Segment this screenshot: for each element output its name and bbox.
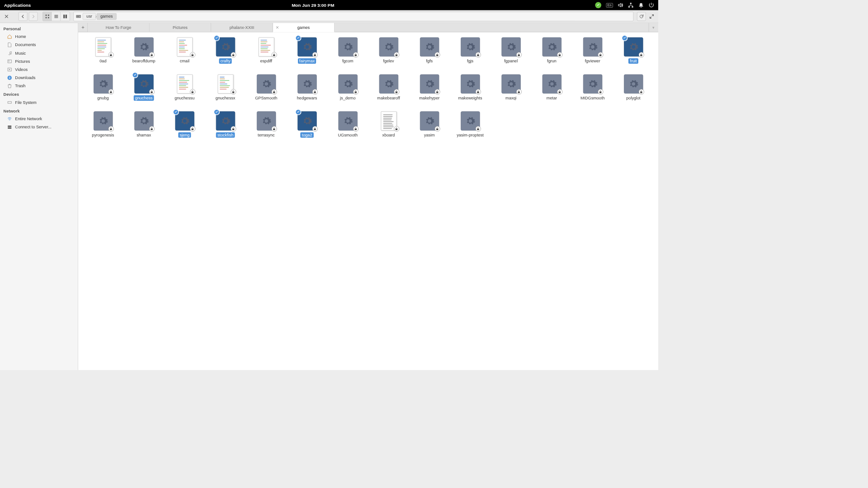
path-segment-games[interactable]: games: [97, 13, 117, 20]
file-item[interactable]: bearoffdump: [125, 37, 163, 64]
file-item[interactable]: MIDGsmooth: [574, 74, 611, 101]
svg-rect-9: [54, 17, 58, 18]
sidebar-item-documents[interactable]: Documents: [0, 41, 78, 49]
readonly-lock-icon: [190, 89, 195, 94]
file-item[interactable]: makehyper: [410, 74, 448, 101]
file-item[interactable]: metar: [533, 74, 571, 101]
maximize-button[interactable]: [647, 12, 656, 21]
music-icon: [7, 50, 12, 56]
file-item[interactable]: sjeng: [166, 111, 203, 138]
close-button[interactable]: [2, 12, 11, 21]
refresh-button[interactable]: [637, 12, 646, 21]
server-icon: [7, 124, 12, 130]
sidebar-item-connect-server[interactable]: Connect to Server...: [0, 123, 78, 131]
tab-close-icon[interactable]: [275, 25, 280, 30]
file-item[interactable]: cmail: [166, 37, 203, 64]
readonly-lock-icon: [638, 52, 644, 57]
applications-menu[interactable]: Applications: [4, 3, 31, 8]
file-label: gnuchess: [134, 95, 154, 101]
file-item[interactable]: gnubg: [85, 74, 122, 101]
sidebar-item-music[interactable]: Music: [0, 49, 78, 57]
file-item[interactable]: maxqi: [492, 74, 530, 101]
file-item[interactable]: makebearoff: [370, 74, 407, 101]
sidebar-item-trash[interactable]: Trash: [0, 82, 78, 90]
sidebar-header-personal: Personal: [0, 24, 78, 33]
file-label: makeweights: [457, 95, 483, 101]
file-item[interactable]: fgviewer: [574, 37, 611, 64]
volume-icon[interactable]: [618, 2, 623, 8]
tab-how-to-forge[interactable]: How To Forge: [88, 23, 149, 32]
file-label: fgviewer: [584, 58, 602, 64]
sidebar-item-home[interactable]: Home: [0, 33, 78, 41]
sidebar-item-downloads[interactable]: Downloads: [0, 74, 78, 82]
sidebar-item-videos[interactable]: Videos: [0, 66, 78, 74]
file-item[interactable]: polyglot: [615, 74, 652, 101]
file-item[interactable]: 0ad: [85, 37, 122, 64]
svg-rect-20: [8, 127, 11, 129]
file-item[interactable]: makeweights: [452, 74, 489, 101]
readonly-lock-icon: [353, 126, 359, 131]
file-item[interactable]: hedgewars: [288, 74, 326, 101]
list-view-button[interactable]: [52, 12, 61, 21]
icon-view[interactable]: 0adbearoffdumpcmailcraftyespdifffairymax…: [78, 32, 658, 370]
back-button[interactable]: [19, 12, 28, 21]
svg-rect-1: [632, 6, 633, 8]
tab-label: games: [297, 25, 310, 30]
readonly-lock-icon: [394, 52, 399, 57]
file-item[interactable]: fgrun: [533, 37, 571, 64]
new-tab-button[interactable]: [78, 23, 88, 32]
file-item[interactable]: yasim: [410, 111, 448, 138]
compact-view-button[interactable]: [61, 12, 70, 21]
file-item[interactable]: gnuchess: [125, 74, 163, 101]
update-available-icon[interactable]: [595, 2, 601, 9]
file-item[interactable]: fgfs: [410, 37, 448, 64]
readonly-lock-icon: [434, 126, 440, 131]
file-item[interactable]: xboard: [370, 111, 407, 138]
sidebar-item-filesystem[interactable]: File System: [0, 99, 78, 107]
file-item[interactable]: yasim-proptest: [452, 111, 489, 138]
svg-rect-6: [48, 17, 49, 19]
file-item[interactable]: gnuchessx: [207, 74, 244, 101]
file-label: toga2: [301, 132, 314, 138]
icon-view-button[interactable]: [43, 12, 52, 21]
path-segment-usr[interactable]: usr: [83, 13, 96, 20]
readonly-lock-icon: [108, 89, 113, 94]
sidebar-item-entire-network[interactable]: Entire Network: [0, 115, 78, 123]
sidebar-item-pictures[interactable]: Pictures: [0, 57, 78, 66]
file-item[interactable]: fruit: [615, 37, 652, 64]
file-item[interactable]: terrasync: [247, 111, 285, 138]
tab-pictures[interactable]: Pictures: [150, 23, 211, 32]
filesystem-root-icon[interactable]: [75, 13, 82, 20]
notifications-icon[interactable]: [638, 2, 644, 8]
tab-games[interactable]: games: [273, 23, 335, 32]
input-language-indicator[interactable]: En: [606, 3, 613, 7]
file-item[interactable]: stockfish: [207, 111, 244, 138]
file-item[interactable]: fgjs: [452, 37, 489, 64]
file-item[interactable]: UGsmooth: [329, 111, 367, 138]
tab-phalanx-xxiii[interactable]: phalanx-XXIII: [211, 23, 273, 32]
file-item[interactable]: fairymax: [288, 37, 326, 64]
file-item[interactable]: espdiff: [247, 37, 285, 64]
file-item[interactable]: pyrogenesis: [85, 111, 122, 138]
file-label: fgjs: [466, 58, 475, 64]
file-label: stockfish: [216, 132, 235, 138]
file-item[interactable]: shamax: [125, 111, 163, 138]
file-label: espdiff: [259, 58, 274, 64]
file-item[interactable]: GPSsmooth: [247, 74, 285, 101]
file-item[interactable]: toga2: [288, 111, 326, 138]
tab-overflow-button[interactable]: ▾: [649, 23, 658, 32]
file-item[interactable]: crafty: [207, 37, 244, 64]
power-icon[interactable]: [649, 2, 654, 8]
panel-clock[interactable]: Mon Jun 29 3:00 PM: [31, 3, 595, 8]
file-item[interactable]: js_demo: [329, 74, 367, 101]
readonly-lock-icon: [557, 52, 562, 57]
file-item[interactable]: fgcom: [329, 37, 367, 64]
file-item[interactable]: fgpanel: [492, 37, 530, 64]
tab-label: Pictures: [173, 25, 188, 30]
network-icon[interactable]: [628, 2, 633, 8]
forward-button[interactable]: [29, 12, 38, 21]
file-label: terrasync: [256, 132, 276, 138]
readonly-lock-icon: [516, 89, 522, 94]
file-item[interactable]: gnuchessu: [166, 74, 203, 101]
file-item[interactable]: fgelev: [370, 37, 407, 64]
